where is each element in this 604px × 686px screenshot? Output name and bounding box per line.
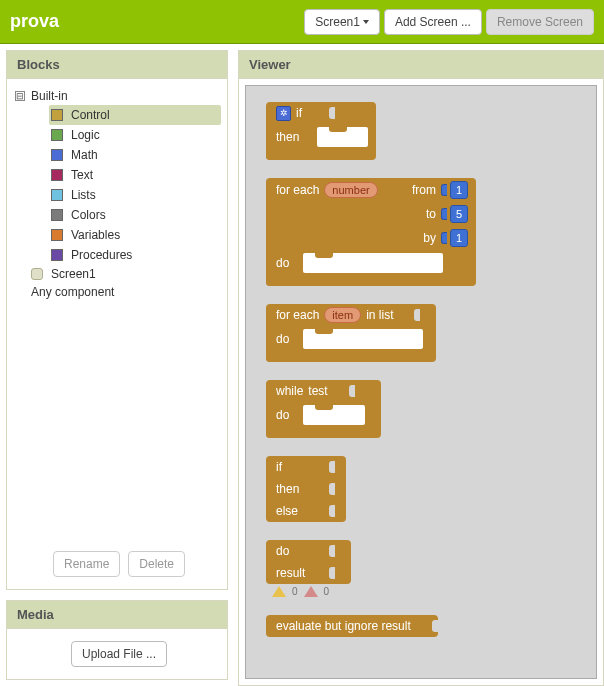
value-socket[interactable] xyxy=(416,619,430,633)
block-label-if: if xyxy=(276,460,308,474)
sidebar-item-lists[interactable]: Lists xyxy=(49,185,221,205)
block-label-evaluate: evaluate but ignore result xyxy=(276,619,411,633)
sidebar-item-label: Colors xyxy=(71,208,106,222)
sidebar-item-label: Variables xyxy=(71,228,120,242)
blocks-panel: Blocks ⊟ Built-in ControlLogicMathTextLi… xyxy=(6,50,228,590)
warning-count-red: 0 xyxy=(324,586,330,597)
tree-item-anycomponent[interactable]: Any component xyxy=(13,283,221,301)
main-columns: Blocks ⊟ Built-in ControlLogicMathTextLi… xyxy=(0,44,604,686)
block-while[interactable]: while test do xyxy=(266,380,381,438)
sidebar-item-label: Math xyxy=(71,148,98,162)
sidebar-item-math[interactable]: Math xyxy=(49,145,221,165)
block-label-do: do xyxy=(276,332,294,346)
sidebar-item-variables[interactable]: Variables xyxy=(49,225,221,245)
value-socket[interactable] xyxy=(313,566,327,580)
blocks-canvas[interactable]: ✲ if then for each xyxy=(245,85,597,679)
blocks-panel-header: Blocks xyxy=(7,51,227,79)
value-socket[interactable] xyxy=(313,106,327,120)
right-column: Viewer ✲ if then xyxy=(234,44,604,686)
block-label-while: while xyxy=(276,384,303,398)
block-label-then: then xyxy=(276,482,308,496)
block-label-if: if xyxy=(296,106,308,120)
category-color-swatch xyxy=(51,109,63,121)
sidebar-item-procedures[interactable]: Procedures xyxy=(49,245,221,265)
upload-file-button[interactable]: Upload File ... xyxy=(71,641,167,667)
statement-slot[interactable] xyxy=(303,253,443,273)
block-label-by: by xyxy=(423,231,436,245)
sidebar-item-label: Control xyxy=(71,108,110,122)
statement-slot[interactable] xyxy=(303,329,423,349)
delete-button[interactable]: Delete xyxy=(128,551,185,577)
numlit-value: 5 xyxy=(450,205,468,223)
category-color-swatch xyxy=(51,149,63,161)
statement-slot[interactable] xyxy=(317,127,368,147)
app-title: prova xyxy=(10,11,59,32)
category-color-swatch xyxy=(51,189,63,201)
value-socket[interactable] xyxy=(398,308,412,322)
tree-item-label: Screen1 xyxy=(51,267,96,281)
number-literal-by[interactable]: 1 xyxy=(441,229,468,247)
block-for-each-list[interactable]: for each item in list do xyxy=(266,304,436,362)
media-panel: Media Upload File ... xyxy=(6,600,228,680)
tree-item-label: Any component xyxy=(31,285,114,299)
tree-item-builtin[interactable]: ⊟ Built-in xyxy=(13,87,221,105)
warning-count-yellow: 0 xyxy=(292,586,298,597)
remove-screen-button[interactable]: Remove Screen xyxy=(486,9,594,35)
top-bar: prova Screen1 Add Screen ... Remove Scre… xyxy=(0,0,604,44)
statement-slot[interactable] xyxy=(303,405,365,425)
numlit-value: 1 xyxy=(450,181,468,199)
sidebar-item-colors[interactable]: Colors xyxy=(49,205,221,225)
block-label-from: from xyxy=(412,183,436,197)
chevron-down-icon xyxy=(363,20,369,24)
screen-select-dropdown[interactable]: Screen1 xyxy=(304,9,380,35)
collapse-icon[interactable]: ⊟ xyxy=(15,91,25,101)
param-number[interactable]: number xyxy=(324,182,377,198)
category-color-swatch xyxy=(51,209,63,221)
block-if-then-else[interactable]: if then else xyxy=(266,456,346,522)
value-socket[interactable] xyxy=(313,460,327,474)
screen-select-label: Screen1 xyxy=(315,15,360,29)
viewer-panel-header: Viewer xyxy=(239,51,603,79)
block-label-else: else xyxy=(276,504,308,518)
block-do-result[interactable]: do result xyxy=(266,540,351,584)
warning-indicators: 0 0 xyxy=(266,584,596,597)
block-if-then[interactable]: ✲ if then xyxy=(266,102,376,160)
value-socket[interactable] xyxy=(313,504,327,518)
sidebar-item-label: Text xyxy=(71,168,93,182)
tree-item-label: Built-in xyxy=(31,89,68,103)
number-literal-from[interactable]: 1 xyxy=(441,181,468,199)
sidebar-item-control[interactable]: Control xyxy=(49,105,221,125)
block-label-do: do xyxy=(276,544,308,558)
error-triangle-icon xyxy=(304,586,318,597)
add-screen-button[interactable]: Add Screen ... xyxy=(384,9,482,35)
param-item[interactable]: item xyxy=(324,307,361,323)
number-literal-to[interactable]: 5 xyxy=(441,205,468,223)
sidebar-item-logic[interactable]: Logic xyxy=(49,125,221,145)
block-label-to: to xyxy=(426,207,436,221)
sidebar-item-text[interactable]: Text xyxy=(49,165,221,185)
viewer-panel: Viewer ✲ if then xyxy=(238,50,604,686)
block-label-do: do xyxy=(276,256,294,270)
sidebar-item-label: Procedures xyxy=(71,248,132,262)
block-label-do: do xyxy=(276,408,294,422)
value-socket[interactable] xyxy=(333,384,347,398)
tree-item-screen1[interactable]: Screen1 xyxy=(13,265,221,283)
block-evaluate-ignore[interactable]: evaluate but ignore result xyxy=(266,615,438,637)
sidebar-item-label: Logic xyxy=(71,128,100,142)
value-socket[interactable] xyxy=(313,544,327,558)
block-label-inlist: in list xyxy=(366,308,393,322)
block-label-result: result xyxy=(276,566,308,580)
category-color-swatch xyxy=(51,169,63,181)
gear-icon[interactable]: ✲ xyxy=(276,106,291,121)
left-column: Blocks ⊟ Built-in ControlLogicMathTextLi… xyxy=(0,44,234,686)
warning-triangle-icon xyxy=(272,586,286,597)
block-label-foreach: for each xyxy=(276,308,319,322)
category-color-swatch xyxy=(51,229,63,241)
block-label-foreach: for each xyxy=(276,183,319,197)
rename-button[interactable]: Rename xyxy=(53,551,120,577)
category-color-swatch xyxy=(51,249,63,261)
value-socket[interactable] xyxy=(313,482,327,496)
screen-icon xyxy=(31,268,43,280)
media-panel-header: Media xyxy=(7,601,227,629)
block-for-each-number[interactable]: for each number from 1 to 5 xyxy=(266,178,476,286)
